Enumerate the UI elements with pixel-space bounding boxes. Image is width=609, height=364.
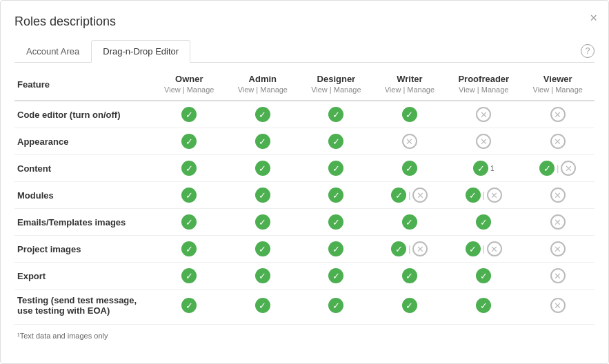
check-cross-group: ✓|✕ <box>539 161 576 176</box>
tab-drag-drop-editor[interactable]: Drag-n-Drop Editor <box>91 40 190 63</box>
permission-cell: ✓ <box>226 236 300 263</box>
proofreader-sublabel: View | Manage <box>459 85 508 94</box>
check-icon: ✓ <box>181 161 197 176</box>
permission-cell: ✕ <box>373 128 447 155</box>
check-icon: ✓ <box>328 214 343 230</box>
designer-sublabel: View | Manage <box>311 85 361 94</box>
check-icon: ✓ <box>402 161 417 176</box>
check-cross-group: ✓|✕ <box>466 188 502 203</box>
feature-cell: Project images <box>14 236 152 263</box>
permission-cell: ✓ <box>299 182 373 209</box>
permission-cell: ✕ <box>521 236 595 263</box>
feature-column-header: Feature <box>14 68 152 101</box>
feature-cell: Export <box>14 263 152 290</box>
check-icon: ✓ <box>255 268 270 283</box>
roles-table: Feature Owner View | Manage Admin View |… <box>14 68 595 321</box>
modal: Roles descriptions × Account Area Drag-n… <box>0 0 609 364</box>
check-icon: ✓ <box>255 161 270 176</box>
permission-cell: ✕ <box>521 209 595 236</box>
cross-icon: ✕ <box>550 241 566 256</box>
permission-cell: ✓ <box>226 155 300 182</box>
check-icon: ✓ <box>255 107 270 122</box>
check-icon: ✓ <box>539 161 555 176</box>
check-cross-group: ✓|✕ <box>466 241 502 256</box>
cross-icon: ✕ <box>412 188 428 203</box>
check-icon: ✓ <box>255 298 270 313</box>
admin-label: Admin <box>249 74 277 84</box>
permission-cell: ✓|✕ <box>446 236 521 263</box>
writer-label: Writer <box>397 74 422 84</box>
permission-cell: ✓|✕ <box>446 182 521 209</box>
permission-cell: ✓ <box>226 128 300 155</box>
permission-cell: ✓ <box>152 101 226 128</box>
check-icon: ✓ <box>391 241 406 256</box>
permission-cell: ✓ <box>152 155 226 182</box>
owner-label: Owner <box>175 74 203 84</box>
tab-account-area[interactable]: Account Area <box>14 40 91 63</box>
permission-cell: ✕ <box>521 263 595 290</box>
permission-cell: ✕ <box>521 182 595 209</box>
table-row: Appearance✓✓✓✕✕✕ <box>14 128 595 155</box>
check-icon: ✓ <box>466 188 481 203</box>
check-icon: ✓ <box>402 298 417 313</box>
proofreader-label: Proofreader <box>458 74 509 84</box>
feature-cell: Modules <box>14 182 152 209</box>
permission-cell: ✓ <box>152 209 226 236</box>
table-row: Content✓✓✓✓✓1✓|✕ <box>14 155 595 182</box>
check-icon: ✓ <box>476 214 491 230</box>
feature-cell: Testing (send test message, use testing … <box>14 290 152 322</box>
permission-cell: ✓ <box>226 209 300 236</box>
cross-icon: ✕ <box>487 188 502 203</box>
owner-sublabel: View | Manage <box>164 85 214 94</box>
cross-icon: ✕ <box>487 241 502 256</box>
table-row: Project images✓✓✓✓|✕✓|✕✕ <box>14 236 595 263</box>
viewer-label: Viewer <box>543 74 572 84</box>
permission-cell: ✓|✕ <box>521 155 595 182</box>
check-icon: ✓ <box>328 161 343 176</box>
table-row: Export✓✓✓✓✓✕ <box>14 263 595 290</box>
permission-cell: ✓ <box>373 101 447 128</box>
check-cross-group: ✓|✕ <box>391 188 428 203</box>
feature-cell: Content <box>14 155 152 182</box>
check-icon: ✓ <box>466 241 481 256</box>
check-icon: ✓ <box>328 241 343 256</box>
feature-cell: Appearance <box>14 128 152 155</box>
permission-cell: ✓ <box>226 182 300 209</box>
cross-icon: ✕ <box>550 107 566 122</box>
permission-cell: ✓ <box>446 290 521 322</box>
permission-cell: ✓ <box>152 263 226 290</box>
writer-sublabel: View | Manage <box>385 85 435 94</box>
table-row: Code editor (turn on/off)✓✓✓✓✕✕ <box>14 101 595 128</box>
admin-column-header: Admin View | Manage <box>226 68 300 101</box>
check-cross-group: ✓|✕ <box>391 241 428 256</box>
close-button[interactable]: × <box>590 12 597 24</box>
help-icon[interactable]: ? <box>581 44 595 58</box>
cross-icon: ✕ <box>550 298 566 313</box>
permission-cell: ✓ <box>373 263 447 290</box>
viewer-column-header: Viewer View | Manage <box>521 68 595 101</box>
cross-icon: ✕ <box>476 107 491 122</box>
permission-cell: ✓ <box>299 263 373 290</box>
permission-cell: ✓ <box>299 101 373 128</box>
table-container: Feature Owner View | Manage Admin View |… <box>14 63 595 347</box>
check-icon: ✓ <box>391 188 406 203</box>
permission-cell: ✕ <box>446 101 521 128</box>
cross-icon: ✕ <box>476 134 491 149</box>
table-header-row: Feature Owner View | Manage Admin View |… <box>14 68 595 101</box>
permission-cell: ✓ <box>152 128 226 155</box>
cross-icon: ✕ <box>561 161 576 176</box>
proofreader-column-header: Proofreader View | Manage <box>446 68 521 101</box>
check-icon: ✓ <box>476 268 491 283</box>
check-icon: ✓ <box>402 107 417 122</box>
permission-cell: ✓ <box>373 209 447 236</box>
permission-cell: ✓|✕ <box>373 236 447 263</box>
table-footnote: ¹Text data and images only <box>14 324 595 347</box>
check-icon: ✓ <box>328 107 343 122</box>
check-icon: ✓ <box>328 298 343 313</box>
check-icon: ✓ <box>328 188 343 203</box>
check-icon: ✓ <box>181 214 197 230</box>
permission-cell: ✓ <box>299 236 373 263</box>
feature-cell: Emails/Templates images <box>14 209 152 236</box>
check-icon: ✓ <box>255 134 270 149</box>
check-icon: ✓ <box>255 188 270 203</box>
